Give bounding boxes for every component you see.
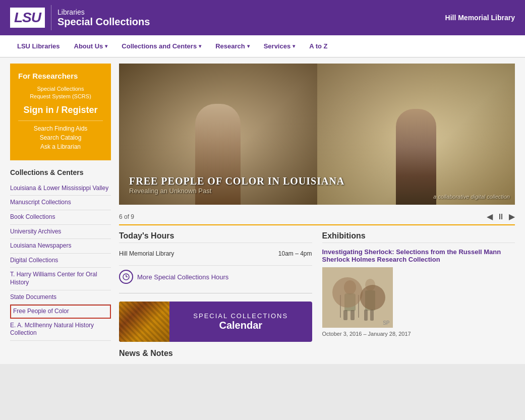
bottom-content: Today's Hours Hill Memorial Library 10am… (119, 231, 515, 358)
scrs-text: Special Collections Request System (SCRS… (18, 85, 103, 101)
louisiana-lower-link[interactable]: Louisiana & Lower Mississippi Valley (10, 185, 111, 193)
list-item-highlighted: Free People of Color (10, 305, 111, 319)
svg-rect-6 (343, 310, 347, 320)
list-item: Louisiana & Lower Mississippi Valley (10, 182, 111, 196)
divider (18, 121, 103, 121)
nav-lsu-libraries[interactable]: LSU Libraries (10, 35, 67, 57)
for-researchers-panel: For Researchers Special Collections Requ… (10, 64, 111, 160)
calendar-calendar-label: Calendar (169, 320, 312, 331)
slide-controls: 6 of 9 ◀ ⏸ ▶ (119, 209, 515, 225)
pause-slide-button[interactable]: ⏸ (497, 212, 505, 221)
list-item: Digital Collections (10, 254, 111, 268)
special-collections-label: Special Collections (57, 16, 150, 28)
nav-services[interactable]: Services ▾ (257, 35, 303, 57)
chevron-down-icon: ▾ (105, 43, 107, 49)
main-content: For Researchers Special Collections Requ… (0, 57, 525, 364)
slide-overlay: Free People of Color in Louisiana Reveal… (129, 175, 344, 195)
list-item: E. A. McIlhenny Natural History Collecti… (10, 319, 111, 341)
svg-point-8 (365, 279, 375, 291)
collections-centers-title: Collections & Centers (10, 168, 111, 176)
slide-counter: 6 of 9 (119, 213, 134, 220)
hours-location: Hill Memorial Library (119, 250, 174, 257)
prev-slide-button[interactable]: ◀ (487, 212, 493, 221)
main-content-area: Free People of Color in Louisiana Reveal… (119, 64, 515, 358)
search-finding-aids-link[interactable]: Search Finding Aids (18, 125, 103, 132)
nav-research[interactable]: Research ▾ (208, 35, 257, 57)
list-item: Manuscript Collections (10, 196, 111, 210)
exhibition-initials: SP (383, 320, 389, 326)
hours-row: Hill Memorial Library 10am – 4pm (119, 248, 312, 259)
exhibition-title-link[interactable]: Investigating Sherlock: Selections from … (322, 248, 515, 263)
list-item: Louisiana Newspapers (10, 239, 111, 254)
chevron-down-icon: ▾ (247, 43, 250, 49)
calendar-tiger-image (119, 302, 169, 342)
slide-subtitle: Revealing an Unknown Past (129, 187, 344, 195)
nav-about-us[interactable]: About Us ▾ (67, 35, 115, 57)
for-researchers-title: For Researchers (18, 72, 103, 80)
exhibition-dates: October 3, 2016 – January 28, 2017 (322, 331, 515, 337)
slideshow: Free People of Color in Louisiana Reveal… (119, 64, 515, 205)
svg-rect-10 (364, 310, 368, 321)
nav-a-to-z[interactable]: A to Z (302, 35, 334, 57)
next-slide-button[interactable]: ▶ (509, 212, 515, 221)
news-notes-title: News & Notes (119, 349, 312, 358)
hill-memorial-label: Hill Memorial Library (445, 14, 515, 22)
hours-section: Today's Hours Hill Memorial Library 10am… (119, 231, 312, 358)
libraries-label: Libraries (57, 8, 150, 16)
slide-person-right (396, 109, 436, 205)
slide-right-panel (317, 64, 515, 205)
manuscript-collections-link[interactable]: Manuscript Collections (10, 199, 111, 207)
slide-collab-text: a collaborative digital collection (433, 194, 510, 200)
header-text: Libraries Special Collections (57, 8, 150, 28)
digital-collections-link[interactable]: Digital Collections (10, 257, 111, 265)
calendar-special-label: Special Collections (169, 312, 312, 320)
svg-point-4 (344, 280, 356, 294)
search-catalog-link[interactable]: Search Catalog (18, 134, 103, 141)
list-item: State Documents (10, 290, 111, 305)
main-nav: LSU Libraries About Us ▾ Collections and… (0, 35, 525, 57)
exhibition-image: SP (322, 267, 393, 328)
book-collections-link[interactable]: Book Collections (10, 213, 111, 221)
free-people-color-link[interactable]: Free People of Color (13, 308, 108, 316)
slide-buttons: ◀ ⏸ ▶ (487, 212, 515, 221)
chevron-down-icon: ▾ (293, 43, 295, 49)
header-left: LSU Libraries Special Collections (10, 5, 150, 30)
calendar-text: Special Collections Calendar (169, 312, 312, 331)
sign-in-link[interactable]: Sign in / Register (18, 105, 103, 115)
exhibitions-title: Exhibitions (322, 231, 515, 243)
nav-collections-centers[interactable]: Collections and Centers ▾ (114, 35, 208, 57)
collections-list: Louisiana & Lower Mississippi Valley Man… (10, 182, 111, 341)
exhibitions-section: Exhibitions Investigating Sherlock: Sele… (322, 231, 515, 358)
list-item: Book Collections (10, 210, 111, 225)
louisiana-newspapers-link[interactable]: Louisiana Newspapers (10, 242, 111, 250)
svg-rect-5 (344, 293, 356, 311)
site-header: LSU Libraries Special Collections Hill M… (0, 0, 525, 35)
svg-rect-7 (351, 310, 355, 320)
svg-rect-9 (365, 290, 375, 311)
hours-table: Hill Memorial Library 10am – 4pm (119, 248, 312, 259)
sidebar: For Researchers Special Collections Requ… (10, 64, 111, 358)
lsu-logo[interactable]: LSU (10, 8, 45, 28)
harry-williams-link[interactable]: T. Harry Williams Center for Oral Histor… (10, 271, 111, 286)
list-item: T. Harry Williams Center for Oral Histor… (10, 268, 111, 290)
slide-title: Free People of Color in Louisiana (129, 175, 344, 187)
hours-time: 10am – 4pm (278, 250, 312, 257)
hours-title: Today's Hours (119, 231, 312, 243)
list-item: University Archives (10, 225, 111, 239)
svg-rect-11 (370, 310, 374, 321)
clock-icon (119, 270, 133, 284)
svg-rect-3 (322, 267, 393, 328)
more-hours: More Special Collections Hours (119, 265, 312, 288)
collections-centers-sidebar: Collections & Centers Louisiana & Lower … (10, 168, 111, 341)
mcilhenny-link[interactable]: E. A. McIlhenny Natural History Collecti… (10, 322, 111, 337)
university-archives-link[interactable]: University Archives (10, 228, 111, 236)
state-documents-link[interactable]: State Documents (10, 293, 111, 302)
calendar-banner[interactable]: Special Collections Calendar (119, 302, 312, 342)
more-hours-link[interactable]: More Special Collections Hours (137, 273, 228, 281)
chevron-down-icon: ▾ (199, 43, 201, 49)
ask-librarian-link[interactable]: Ask a Librarian (18, 143, 103, 150)
